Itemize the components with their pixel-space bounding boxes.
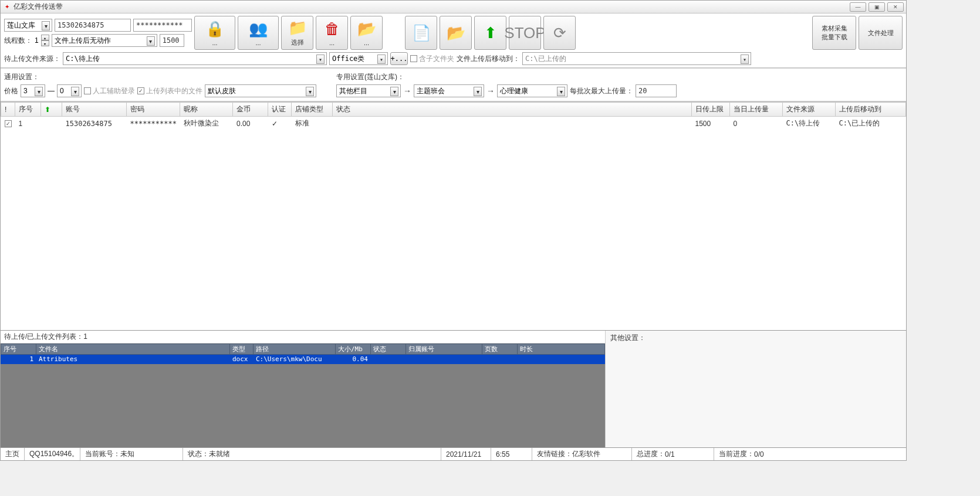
folder2-button[interactable]: 📂...	[350, 16, 383, 50]
table-row[interactable]: ✓ 1 15302634875 *********** 秋叶微染尘 0.00 ✓…	[1, 117, 906, 131]
refresh-icon: ⟳	[553, 24, 566, 42]
open-folder-icon: 📂	[447, 24, 465, 42]
trash-icon: 🗑	[325, 20, 340, 38]
fl-col-status[interactable]: 状态	[371, 344, 406, 355]
status-account: 当前账号：未知	[80, 448, 183, 460]
doc-button[interactable]: 📄	[405, 16, 437, 50]
app-title: 亿彩文件传送带	[13, 2, 850, 12]
row-auth: ✓	[268, 117, 292, 131]
fl-col-duration[interactable]: 时长	[518, 344, 605, 355]
upload-button[interactable]: ⬆	[474, 16, 506, 50]
row-password: ***********	[127, 117, 180, 131]
status-date: 2021/11/21	[441, 448, 491, 460]
col-icon[interactable]: ⬆	[41, 103, 62, 117]
col-uploaded[interactable]: 当日上传量	[730, 103, 783, 117]
open-button[interactable]: 📂	[440, 16, 472, 50]
price-from-select[interactable]: 3	[21, 84, 45, 97]
accounts-table-wrap: ! 序号 ⬆ 账号 密码 昵称 金币 认证 店铺类型 状态 日传上限 当日上传量…	[1, 101, 906, 330]
fl-col-size[interactable]: 大小/Mb	[336, 344, 371, 355]
fl-path: C:\Users\mkw\Docu	[254, 355, 336, 364]
manual-login-check[interactable]: 人工辅助登录	[84, 86, 135, 96]
status-total: 总进度：0/1	[632, 448, 714, 460]
cat2-select[interactable]: 主题班会	[414, 84, 484, 97]
app-window: ✦ 亿彩文件传送带 — ▣ ✕ 莲山文库 15302634875 *******…	[0, 0, 907, 461]
cat1-select[interactable]: 其他栏目	[336, 84, 401, 97]
stop-button[interactable]: STOP	[509, 16, 541, 50]
status-links[interactable]: 友情链接：亿彩软件	[532, 448, 632, 460]
row-gold: 0.00	[233, 117, 268, 131]
moveto-path-select[interactable]: C:\已上传的	[522, 52, 751, 65]
arrow-icon: →	[486, 86, 495, 96]
minimize-button[interactable]: —	[850, 2, 866, 12]
row-check[interactable]: ✓	[5, 120, 12, 127]
lock-users-icon: 🔒	[205, 20, 224, 38]
fl-col-path[interactable]: 路径	[254, 344, 336, 355]
fl-size: 0.04	[336, 355, 371, 364]
login-lock-button[interactable]: 🔒...	[194, 16, 235, 50]
after-upload-select[interactable]: 文件上传后无动作	[52, 34, 157, 47]
titlebar: ✦ 亿彩文件传送带 — ▣ ✕	[1, 1, 906, 13]
fl-seq: 1	[1, 355, 36, 364]
col-nick[interactable]: 昵称	[180, 103, 233, 117]
thread-label: 线程数：	[4, 36, 32, 46]
status-home[interactable]: 主页	[1, 448, 25, 460]
num-input[interactable]: 1500	[160, 34, 184, 47]
common-settings-label: 通用设置：	[4, 72, 316, 82]
source-path-select[interactable]: C:\待上传	[63, 52, 327, 65]
col-password[interactable]: 密码	[127, 103, 180, 117]
fl-col-name[interactable]: 文件名	[36, 344, 230, 355]
upload-list-check[interactable]: ✓上传列表中的文件	[137, 86, 202, 96]
fl-col-pages[interactable]: 页数	[482, 344, 518, 355]
close-button[interactable]: ✕	[887, 2, 904, 12]
fl-col-seq[interactable]: 序号	[1, 344, 36, 355]
moveto-label: 文件上传后移动到：	[457, 54, 520, 64]
col-bang[interactable]: !	[1, 103, 15, 117]
accounts-table: ! 序号 ⬆ 账号 密码 昵称 金币 认证 店铺类型 状态 日传上限 当日上传量…	[1, 102, 906, 130]
row-dst: C:\已上传的	[836, 117, 906, 131]
file-type-select[interactable]: Office类	[329, 52, 388, 65]
stop-icon: STOP	[504, 24, 545, 42]
other-settings-panel: 其他设置：	[605, 331, 906, 447]
password-input[interactable]: ***********	[133, 19, 192, 32]
folder-open-icon: 📂	[357, 20, 376, 38]
col-seq[interactable]: 序号	[15, 103, 41, 117]
col-dst[interactable]: 上传后移动到	[836, 103, 906, 117]
source-label: 待上传文件来源：	[4, 54, 60, 64]
refresh-button[interactable]: ⟳	[543, 16, 576, 50]
filelist-header: 待上传/已上传文件列表：1	[1, 331, 605, 344]
row-status	[333, 117, 692, 131]
account-input[interactable]: 15302634875	[55, 19, 131, 32]
library-select[interactable]: 莲山文库	[4, 19, 52, 32]
filelist-row[interactable]: 1 Attributes docx C:\Users\mkw\Docu 0.04	[1, 355, 605, 364]
col-shop[interactable]: 店铺类型	[292, 103, 333, 117]
maximize-button[interactable]: ▣	[869, 2, 885, 12]
fl-col-type[interactable]: 类型	[230, 344, 254, 355]
material-button[interactable]: 素材采集 批量下载	[812, 16, 856, 50]
subfolder-label: 含子文件夹	[419, 54, 454, 64]
add-type-button[interactable]: +...	[390, 52, 408, 65]
col-status[interactable]: 状态	[333, 103, 692, 117]
thread-spinner[interactable]: ▴▾	[41, 35, 49, 46]
status-time: 6:55	[491, 448, 532, 460]
upload-col-icon: ⬆	[45, 106, 50, 114]
delete-button[interactable]: 🗑...	[316, 16, 348, 50]
folder-icon: 📁	[288, 19, 307, 37]
col-src[interactable]: 文件来源	[783, 103, 836, 117]
col-gold[interactable]: 金币	[233, 103, 268, 117]
statusbar: 主页 QQ15104946。 当前账号：未知 状态：未就绪 2021/11/21…	[1, 447, 906, 460]
subfolder-check[interactable]: 含子文件夹	[410, 54, 454, 64]
fileproc-button[interactable]: 文件处理	[859, 16, 903, 50]
col-daylimit[interactable]: 日传上限	[692, 103, 730, 117]
status-qq: QQ15104946。	[25, 448, 80, 460]
cat3-select[interactable]: 心理健康	[497, 84, 567, 97]
col-auth[interactable]: 认证	[268, 103, 292, 117]
col-account[interactable]: 账号	[62, 103, 127, 117]
row-src: C:\待上传	[783, 117, 836, 131]
skin-select[interactable]: 默认皮肤	[205, 84, 316, 97]
price-to-select[interactable]: 0	[57, 84, 82, 97]
batch-input[interactable]: 20	[636, 84, 677, 97]
fl-col-owner[interactable]: 归属账号	[406, 344, 482, 355]
select-folder-button[interactable]: 📁选择	[281, 16, 313, 50]
users-button[interactable]: 👥...	[238, 16, 279, 50]
fl-name: Attributes	[36, 355, 230, 364]
